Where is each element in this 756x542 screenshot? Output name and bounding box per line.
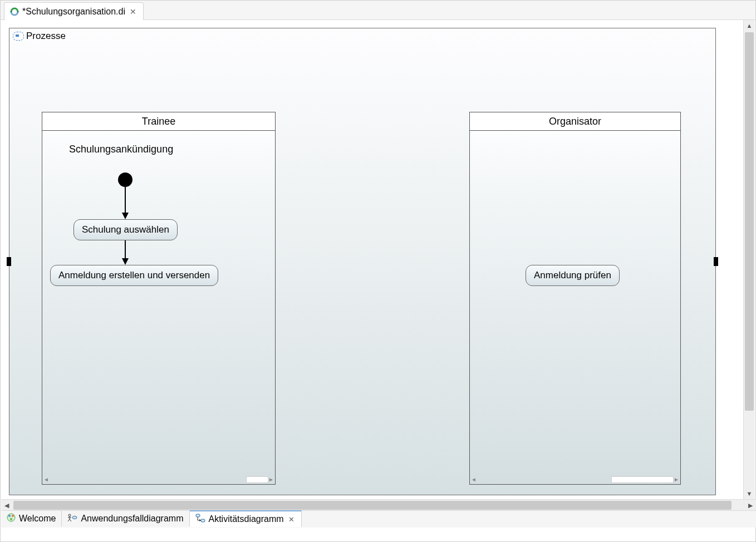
svg-rect-10 (196, 514, 200, 517)
action-anmeldung-erstellen[interactable]: Anmeldung erstellen und versenden (50, 265, 218, 286)
svg-line-7 (68, 519, 70, 521)
control-flow-2-arrowhead (122, 258, 129, 265)
scroll-left-icon[interactable]: ◀ (1, 500, 12, 511)
file-tab-label: *Schulungsorganisation.di (22, 7, 125, 17)
tab-usecase-label: Anwendungsfalldiagramm (81, 514, 183, 524)
partition-trainee[interactable]: Trainee Schulungsankündigung Schulung au… (42, 112, 276, 485)
scroll-right-icon[interactable]: ► (268, 476, 274, 482)
activity-icon (13, 32, 24, 41)
scroll-down-icon[interactable]: ▼ (744, 488, 755, 499)
svg-rect-11 (201, 519, 205, 522)
tab-activity-label: Aktivitätsdiagramm (209, 514, 284, 524)
svg-point-4 (68, 514, 71, 516)
activity-frame-title: Prozesse (13, 31, 66, 42)
partition-organisator-header[interactable]: Organisator (470, 112, 680, 131)
signal-event-label[interactable]: Schulungsankündigung (69, 144, 173, 155)
activity-frame-prozesse[interactable]: Prozesse Trainee Schulungsankündigung Sc… (9, 28, 716, 495)
activity-diagram-icon (195, 514, 205, 525)
scroll-left-icon[interactable]: ◄ (471, 476, 477, 482)
partition-trainee-title: Trainee (142, 116, 175, 127)
initial-node[interactable] (118, 173, 132, 187)
scroll-thumb[interactable] (246, 476, 268, 483)
control-flow-2[interactable] (125, 240, 126, 259)
editor-tab-bar: *Schulungsorganisation.di ✕ (1, 1, 755, 20)
action-schulung-auswaehlen-label: Schulung auswählen (82, 224, 169, 235)
action-anmeldung-pruefen-label: Anmeldung prüfen (534, 270, 611, 280)
control-flow-1[interactable] (125, 187, 126, 214)
usecase-diagram-icon (67, 513, 77, 524)
control-flow-1-arrowhead (122, 213, 129, 219)
tab-welcome-label: Welcome (19, 514, 56, 524)
scroll-left-icon[interactable]: ◄ (43, 476, 49, 482)
partition-trainee-header[interactable]: Trainee (42, 112, 275, 131)
selection-handle-right[interactable] (714, 257, 718, 266)
partition-organisator-hscroll[interactable]: ◄ ► (471, 475, 679, 483)
svg-line-8 (70, 519, 71, 521)
svg-point-2 (12, 515, 14, 517)
svg-point-9 (72, 516, 77, 519)
scroll-right-icon[interactable]: ▶ (745, 500, 756, 511)
scroll-thumb[interactable] (611, 476, 674, 483)
action-anmeldung-erstellen-label: Anmeldung erstellen und versenden (58, 270, 210, 280)
selection-handle-left[interactable] (7, 257, 11, 266)
canvas-vertical-scrollbar[interactable]: ▲ ▼ (743, 20, 755, 499)
tab-aktivitaetsdiagramm[interactable]: Aktivitätsdiagramm ✕ (190, 510, 302, 527)
svg-point-1 (8, 515, 11, 517)
hscroll-thumb[interactable] (13, 501, 732, 510)
action-anmeldung-pruefen[interactable]: Anmeldung prüfen (526, 265, 620, 286)
close-diagram-tab-button[interactable]: ✕ (287, 515, 296, 524)
canvas-horizontal-scrollbar[interactable]: ◀ ▶ (1, 499, 756, 511)
scroll-track[interactable] (49, 476, 268, 482)
file-tab-schulungsorganisation[interactable]: *Schulungsorganisation.di ✕ (4, 2, 144, 20)
scroll-track[interactable] (477, 476, 674, 482)
scroll-up-icon[interactable]: ▲ (744, 20, 755, 31)
vscroll-thumb[interactable] (745, 32, 754, 411)
welcome-icon (7, 513, 16, 524)
signal-event-text: Schulungsankündigung (69, 144, 173, 155)
scroll-right-icon[interactable]: ► (674, 476, 679, 482)
partition-organisator-title: Organisator (549, 116, 601, 127)
partition-trainee-hscroll[interactable]: ◄ ► (43, 475, 274, 483)
diagram-tab-bar: Welcome Anwendungsfalldiagramm (1, 510, 756, 528)
activity-frame-label: Prozesse (26, 31, 66, 42)
diagram-canvas[interactable]: Prozesse Trainee Schulungsankündigung Sc… (1, 20, 745, 499)
tab-welcome[interactable]: Welcome (1, 511, 62, 526)
svg-point-3 (10, 518, 12, 520)
editor-area: *Schulungsorganisation.di ✕ Prozesse Tra… (0, 0, 756, 542)
close-file-tab-button[interactable]: ✕ (129, 7, 138, 16)
papyrus-file-icon (10, 7, 19, 16)
action-schulung-auswaehlen[interactable]: Schulung auswählen (73, 219, 178, 240)
tab-anwendungsfalldiagramm[interactable]: Anwendungsfalldiagramm (62, 511, 189, 526)
partition-organisator[interactable]: Organisator Anmeldung prüfen ◄ ► (469, 112, 681, 485)
